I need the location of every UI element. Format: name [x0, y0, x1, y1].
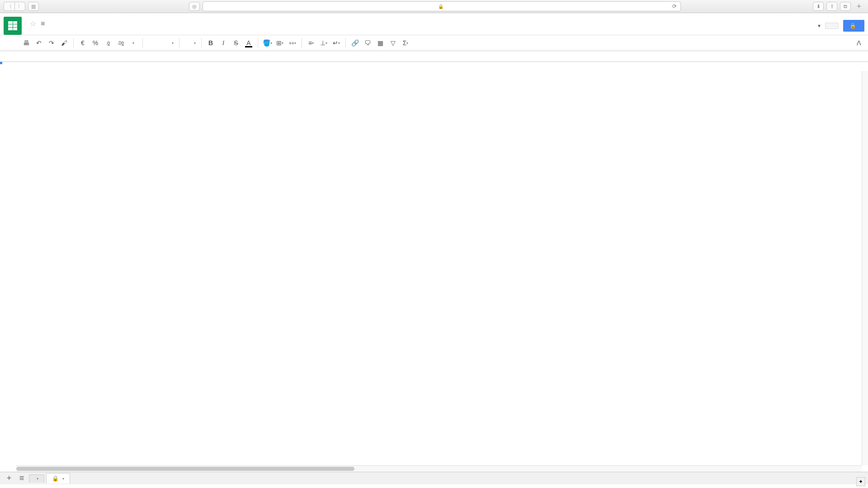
sheet-tabs-bar: + ≡ ▾ 🔒 ▾ ✦ [0, 472, 868, 484]
paint-format-icon[interactable]: 🖌 [59, 38, 70, 48]
toolbar: 🖶 ↶ ↷ 🖌 € % .0̲ .00̲ ▾ ▾ ▾ B I S A 🪣▾ ⊞▾… [0, 35, 868, 51]
lock-icon: 🔒 [849, 23, 856, 29]
percent-icon[interactable]: % [90, 38, 101, 48]
text-wrap-icon[interactable]: ↵▾ [331, 38, 342, 48]
bold-icon[interactable]: B [205, 38, 216, 48]
share-button[interactable]: ⇪ [826, 2, 837, 11]
explore-button[interactable]: ✦ [856, 477, 865, 484]
sheets-header: ☆ ■ ▾ 🔒 [0, 13, 868, 35]
menu-format[interactable] [54, 30, 61, 33]
number-format-dropdown[interactable]: ▾ [128, 38, 139, 48]
sheet-tab-todo[interactable]: ▾ [29, 474, 44, 483]
horizontal-scrollbar[interactable] [16, 465, 862, 472]
comment-icon[interactable]: 🗨 [362, 38, 373, 48]
shield-icon[interactable]: ◎ [189, 2, 200, 11]
font-family-dropdown[interactable]: ▾ [146, 41, 175, 45]
folder-icon[interactable]: ■ [41, 19, 45, 28]
vertical-scrollbar[interactable] [862, 71, 868, 465]
collapse-toolbar-icon[interactable]: ᐱ [854, 38, 864, 48]
back-button[interactable]: 〈 [4, 2, 14, 11]
filter-icon[interactable]: ▽ [387, 38, 398, 48]
functions-icon[interactable]: Σ▾ [400, 38, 411, 48]
forward-button[interactable]: 〉 [14, 2, 25, 11]
sidebar-button[interactable]: ▥ [28, 2, 39, 11]
menu-addons[interactable] [76, 30, 82, 33]
add-sheet-button[interactable]: + [4, 473, 14, 484]
formula-input[interactable] [20, 53, 868, 60]
decimal-decrease-icon[interactable]: .0̲ [103, 38, 113, 48]
link-icon[interactable]: 🔗 [349, 38, 360, 48]
tabs-button[interactable]: ⧉ [840, 2, 851, 11]
decimal-increase-icon[interactable]: .00̲ [115, 38, 126, 48]
lock-icon: 🔒 [52, 475, 59, 482]
strikethrough-icon[interactable]: S [231, 38, 241, 48]
menu-data[interactable] [61, 30, 68, 33]
menu-insert[interactable] [47, 30, 53, 33]
menu-help[interactable] [83, 30, 90, 33]
undo-icon[interactable]: ↶ [33, 38, 44, 48]
menu-edit[interactable] [33, 30, 39, 33]
menu-file[interactable] [25, 30, 32, 33]
spreadsheet-grid[interactable] [0, 62, 868, 472]
fill-color-icon[interactable]: 🪣▾ [262, 38, 273, 48]
menu-bar [25, 30, 818, 33]
merge-cells-icon[interactable]: ⇿▾ [287, 38, 298, 48]
formula-bar [0, 51, 868, 62]
cell-selection [0, 62, 2, 64]
currency-euro-icon[interactable]: € [77, 38, 88, 48]
vertical-align-icon[interactable]: ⊥▾ [318, 38, 329, 48]
text-color-icon[interactable]: A [243, 38, 254, 48]
borders-icon[interactable]: ⊞▾ [274, 38, 285, 48]
print-icon[interactable]: 🖶 [21, 38, 32, 48]
comments-button[interactable] [825, 23, 839, 29]
user-email[interactable]: ▾ [818, 23, 821, 29]
share-button[interactable]: 🔒 [843, 20, 864, 32]
font-size-dropdown[interactable]: ▾ [183, 41, 198, 45]
save-status [95, 30, 101, 33]
lock-icon: 🔒 [438, 4, 443, 9]
download-button[interactable]: ⬇ [813, 2, 824, 11]
sheet-tab-eisenhower[interactable]: 🔒 ▾ [46, 473, 70, 483]
redo-icon[interactable]: ↷ [46, 38, 57, 48]
all-sheets-button[interactable]: ≡ [16, 473, 27, 484]
browser-toolbar: 〈 〉 ▥ ◎ 🔒 ⟳ ⬇ ⇪ ⧉ + [0, 0, 868, 13]
url-bar[interactable]: 🔒 ⟳ [203, 1, 681, 11]
new-tab-button[interactable]: + [854, 2, 864, 11]
horizontal-align-icon[interactable]: ≡▾ [306, 38, 316, 48]
chart-icon[interactable]: ▦ [375, 38, 386, 48]
sheets-logo[interactable] [4, 17, 22, 35]
menu-view[interactable] [40, 30, 46, 33]
refresh-icon[interactable]: ⟳ [672, 3, 677, 9]
menu-tools[interactable] [69, 30, 75, 33]
italic-icon[interactable]: I [218, 38, 229, 48]
star-icon[interactable]: ☆ [30, 19, 36, 28]
